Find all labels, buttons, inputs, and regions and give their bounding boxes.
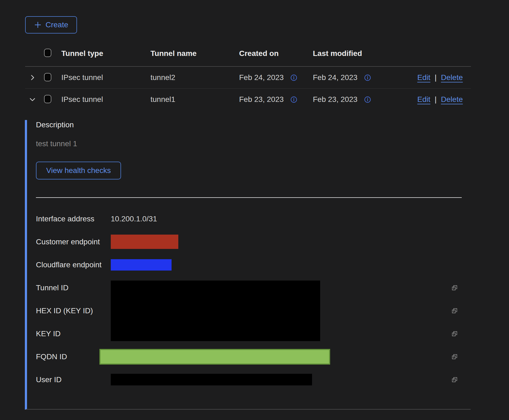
column-header-tunnel-type: Tunnel type xyxy=(61,49,150,58)
copy-fqdn-id-button[interactable] xyxy=(451,353,458,360)
table-row: IPsec tunnel tunnel2 Feb 24, 2023 Feb 24… xyxy=(25,67,471,89)
redaction-box-cloudflare-endpoint xyxy=(111,259,172,271)
redaction-box-customer-endpoint xyxy=(111,235,178,249)
field-row-fqdn-id: FQDN ID xyxy=(36,345,471,368)
created-on-value: Feb 24, 2023 xyxy=(239,73,284,82)
column-header-created-on: Created on xyxy=(239,49,313,58)
field-label: HEX ID (KEY ID) xyxy=(36,299,111,322)
plus-icon xyxy=(34,21,42,29)
select-all-checkbox[interactable] xyxy=(44,49,51,57)
copy-icon xyxy=(451,307,458,314)
detail-divider xyxy=(36,197,462,198)
edit-link[interactable]: Edit xyxy=(417,95,430,104)
field-label: Cloudflare endpoint xyxy=(36,261,111,269)
delete-link[interactable]: Delete xyxy=(441,95,463,104)
action-separator: | xyxy=(435,95,437,104)
field-group-ids: Tunnel ID HEX ID (KEY ID) KEY ID xyxy=(36,276,471,345)
redaction-box-user-id xyxy=(111,374,312,385)
row-checkbox[interactable] xyxy=(44,95,51,103)
description-label: Description xyxy=(36,120,471,130)
action-separator: | xyxy=(435,73,437,82)
detail-fields: Interface address 10.200.1.0/31 Customer… xyxy=(36,207,471,391)
last-modified-value: Feb 24, 2023 xyxy=(313,73,357,82)
table-row: IPsec tunnel tunnel1 Feb 23, 2023 Feb 23… xyxy=(25,89,471,110)
field-row-user-id: User ID xyxy=(36,368,471,391)
edit-link[interactable]: Edit xyxy=(417,73,430,82)
column-header-tunnel-name: Tunnel name xyxy=(150,49,239,58)
copy-user-id-button[interactable] xyxy=(451,376,458,383)
copy-icon xyxy=(451,330,458,337)
info-icon[interactable] xyxy=(290,74,297,81)
redaction-box-ids xyxy=(111,281,320,341)
copy-icon xyxy=(451,284,458,291)
tunnel-detail-panel: Description test tunnel 1 View health ch… xyxy=(25,120,471,410)
copy-tunnel-id-button[interactable] xyxy=(451,276,458,299)
view-health-checks-button[interactable]: View health checks xyxy=(36,162,121,179)
field-label: Tunnel ID xyxy=(36,276,111,299)
last-modified-value: Feb 23, 2023 xyxy=(313,95,357,104)
field-label: Customer endpoint xyxy=(36,238,111,246)
chevron-down-icon xyxy=(29,96,36,103)
info-icon[interactable] xyxy=(364,74,371,81)
field-row-interface-address: Interface address 10.200.1.0/31 xyxy=(36,207,471,230)
table-header-row: Tunnel type Tunnel name Created on Last … xyxy=(25,41,471,67)
field-row-cloudflare-endpoint: Cloudflare endpoint xyxy=(36,253,471,276)
create-button-label: Create xyxy=(45,21,68,29)
expand-row-button[interactable] xyxy=(29,74,36,81)
field-label: User ID xyxy=(36,375,111,384)
field-label: KEY ID xyxy=(36,322,111,345)
description-value: test tunnel 1 xyxy=(36,139,471,149)
tunnel-table: Tunnel type Tunnel name Created on Last … xyxy=(25,41,471,410)
redaction-box-fqdn-id xyxy=(99,349,330,365)
interface-address-value: 10.200.1.0/31 xyxy=(111,215,157,223)
copy-hex-id-button[interactable] xyxy=(451,299,458,322)
tunnel-name-cell: tunnel1 xyxy=(150,95,239,104)
tunnel-name-cell: tunnel2 xyxy=(150,73,239,82)
tunnel-type-cell: IPsec tunnel xyxy=(61,95,150,104)
copy-key-id-button[interactable] xyxy=(451,322,458,345)
info-icon[interactable] xyxy=(290,96,297,103)
copy-icon xyxy=(451,353,458,360)
info-icon[interactable] xyxy=(364,96,371,103)
collapse-row-button[interactable] xyxy=(29,96,36,103)
field-label: Interface address xyxy=(36,215,111,223)
column-header-last-modified: Last modified xyxy=(313,49,389,58)
copy-icon xyxy=(451,376,458,383)
created-on-value: Feb 23, 2023 xyxy=(239,95,284,104)
chevron-right-icon xyxy=(29,74,36,81)
tunnels-page: Create Tunnel type Tunnel name Created o… xyxy=(0,0,509,420)
row-checkbox[interactable] xyxy=(44,73,51,81)
tunnel-type-cell: IPsec tunnel xyxy=(61,73,150,82)
create-button[interactable]: Create xyxy=(25,16,77,34)
delete-link[interactable]: Delete xyxy=(441,73,463,82)
field-row-customer-endpoint: Customer endpoint xyxy=(36,230,471,253)
